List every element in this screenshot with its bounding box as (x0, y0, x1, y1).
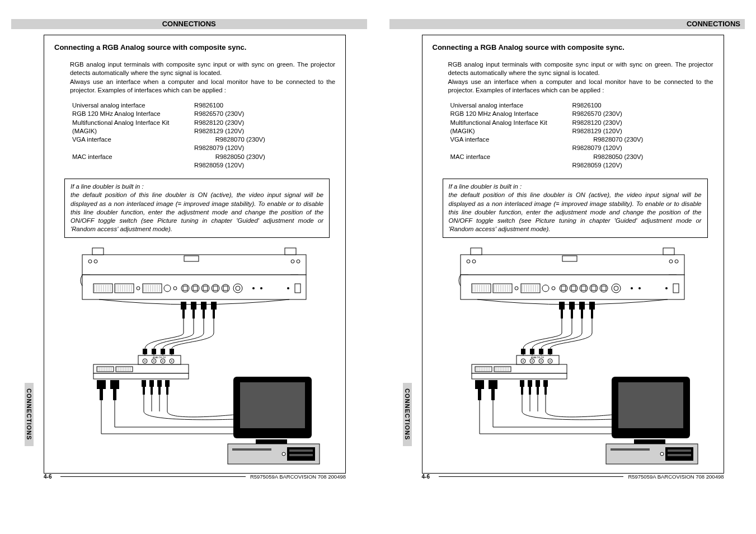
svg-point-129 (675, 260, 678, 263)
interface-code: R9826570 (230V) (572, 110, 622, 118)
svg-point-4 (94, 260, 97, 263)
footer-doc: R5975059A BARCOVISION 708 200498 (250, 474, 346, 480)
svg-rect-116 (256, 439, 287, 444)
interface-code: R9828120 (230V) (194, 119, 244, 127)
svg-rect-180 (569, 302, 575, 310)
interface-list: Universal analog interfaceR9826100RGB 12… (72, 101, 335, 170)
svg-point-136 (542, 285, 549, 292)
svg-rect-226 (478, 389, 481, 400)
svg-rect-230 (521, 387, 523, 395)
svg-rect-106 (142, 380, 146, 387)
interface-name: Universal analog interface (72, 101, 194, 110)
svg-rect-223 (539, 349, 543, 354)
interface-row: Universal analog interfaceR9826100 (72, 101, 335, 110)
interface-name: RGB 120 MHz Analog Interface (72, 110, 194, 118)
line-doubler-note: If a line doubler is built in : the defa… (64, 179, 330, 238)
svg-rect-234 (543, 380, 548, 387)
svg-rect-239 (634, 439, 665, 444)
svg-rect-105 (113, 389, 116, 400)
interface-row: Multifunctional Analog Interface KitR982… (450, 119, 713, 127)
svg-point-14 (173, 287, 177, 290)
interface-row: (MAGIK)R9828129 (120V) (450, 127, 713, 135)
svg-rect-98 (143, 349, 147, 354)
svg-rect-2 (285, 248, 296, 255)
svg-point-140 (570, 284, 577, 292)
svg-rect-192 (475, 367, 492, 372)
svg-rect-62 (213, 310, 215, 318)
svg-rect-124 (471, 248, 482, 255)
svg-point-150 (631, 287, 633, 289)
footer-rule (439, 476, 623, 477)
svg-rect-225 (475, 380, 484, 389)
interface-label: ANALOG O/I (531, 356, 544, 359)
interface-list: Universal analog interfaceR9826100RGB 12… (450, 101, 713, 170)
note-line1: If a line doubler is built in : (449, 182, 702, 191)
svg-point-11 (137, 287, 140, 290)
svg-point-152 (665, 287, 668, 289)
projector-icon (81, 248, 306, 305)
interface-name: (MAGIK) (450, 127, 572, 135)
svg-rect-103 (100, 389, 103, 400)
svg-rect-232 (529, 387, 531, 395)
svg-point-220 (550, 360, 551, 362)
svg-rect-99 (152, 349, 156, 354)
footer-doc: R5975059A BARCOVISION 708 200498 (628, 474, 724, 480)
svg-rect-57 (191, 302, 196, 310)
monitor-icon (233, 377, 312, 444)
header-center-title: CONNECTIONS (162, 19, 216, 29)
svg-point-218 (541, 360, 542, 362)
interface-name (450, 144, 572, 152)
svg-rect-115 (240, 382, 305, 428)
svg-point-119 (282, 452, 285, 456)
svg-rect-60 (203, 310, 205, 318)
interface-code: R9828120 (230V) (572, 119, 622, 127)
computer-icon (228, 444, 320, 464)
interface-code: R9828079 (120V) (572, 144, 622, 152)
interface-name: (MAGIK) (72, 127, 194, 135)
svg-rect-69 (97, 367, 114, 372)
svg-rect-224 (548, 349, 552, 354)
svg-point-134 (515, 287, 518, 290)
cable-plugs-interface (97, 380, 170, 400)
svg-rect-185 (591, 310, 593, 318)
svg-point-27 (252, 287, 255, 289)
interface-code: R9828129 (120V) (194, 127, 244, 135)
interface-row: R9828059 (120V) (72, 161, 335, 170)
svg-point-19 (201, 284, 209, 292)
svg-rect-108 (149, 380, 154, 387)
svg-rect-121 (289, 454, 313, 456)
interface-name: VGA interface (450, 135, 572, 144)
interface-name (450, 161, 572, 170)
connection-diagram: ANALOG O/I (444, 243, 701, 467)
svg-rect-70 (116, 367, 133, 372)
note-body: the default position of this line double… (449, 191, 702, 233)
interface-row: VGA interface R9828070 (230V) (450, 135, 713, 144)
interface-label: ANALOG O/I (153, 356, 166, 359)
svg-rect-61 (211, 302, 217, 310)
section-title: Connecting a RGB Analog source with comp… (433, 43, 713, 51)
interface-name: Multifunctional Analog Interface Kit (450, 119, 572, 127)
svg-rect-135 (521, 284, 540, 293)
interface-name (72, 144, 194, 152)
svg-point-21 (212, 284, 219, 292)
interface-row: MAC interface R9828050 (230V) (72, 153, 335, 161)
svg-point-216 (532, 360, 533, 362)
interface-box-icon: ANALOG O/I (93, 355, 189, 379)
svg-point-29 (287, 287, 289, 289)
svg-point-126 (467, 260, 470, 263)
svg-rect-244 (668, 454, 691, 456)
svg-rect-132 (472, 284, 491, 293)
svg-rect-227 (489, 380, 497, 389)
header-band: CONNECTIONS (11, 19, 367, 29)
content-box: Connecting a RGB Analog source with comp… (422, 35, 724, 474)
svg-rect-229 (520, 380, 524, 387)
svg-rect-182 (579, 302, 585, 310)
interface-code: R9828059 (120V) (194, 161, 244, 170)
svg-rect-100 (161, 349, 165, 354)
svg-rect-102 (97, 380, 106, 389)
interface-name: VGA interface (72, 135, 194, 144)
interface-code: R9826100 (572, 101, 602, 110)
interface-row: Universal analog interfaceR9826100 (450, 101, 713, 110)
interface-name: RGB 120 MHz Analog Interface (450, 110, 572, 118)
footer-rule (60, 476, 245, 477)
